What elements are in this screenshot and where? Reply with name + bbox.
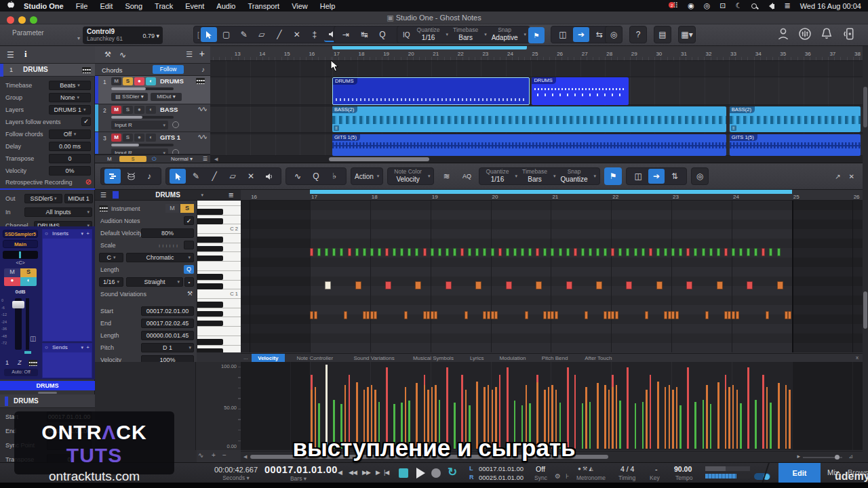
chords-follow-button[interactable]: Follow [153,65,184,74]
menu-item-edit[interactable]: Edit [94,2,119,10]
midi-note[interactable] [608,311,611,319]
score-view-button[interactable]: ♪ [141,169,157,184]
clip-drums[interactable]: DRUMS [532,77,629,105]
user-profile-icon[interactable] [777,27,789,42]
track-list-menu-icon[interactable]: ☰ [186,50,193,59]
midi-note[interactable] [604,311,607,319]
footer-mute-all[interactable]: M [107,156,112,162]
curve-icon[interactable]: ∿ [290,169,306,184]
midi-note[interactable] [543,248,547,256]
midi-note[interactable] [705,311,709,319]
midi-note[interactable] [434,311,437,319]
midi-note[interactable] [732,311,735,319]
midi-note[interactable] [325,248,328,256]
midi-note[interactable] [521,248,524,256]
checkbox-checked[interactable]: ✓ [81,117,91,126]
scroll-left-icon[interactable]: ◀ [214,157,218,162]
midi-note[interactable] [431,248,434,256]
inspector-row-value[interactable]: Beats▾ [49,81,91,90]
return-to-start-button[interactable]: |◀ [384,469,389,476]
control-link-display[interactable]: Control9Launchkey 610.79 ▾ [83,26,163,44]
midi-note[interactable] [487,311,490,319]
loop-button[interactable]: ↻ [448,465,457,479]
drum-view-button[interactable] [123,169,139,184]
midi-note[interactable] [370,311,374,319]
midi-note[interactable] [724,311,728,319]
screen-record-icon[interactable]: ⊡ [719,1,726,10]
inspector-info-icon[interactable]: i [24,49,27,60]
inserts-expand-icon[interactable]: ▾ [81,231,83,237]
midi-note[interactable] [468,248,471,256]
editor-mute-chip[interactable]: M [165,204,179,213]
apple-menu-icon[interactable] [7,1,18,12]
editor-q-button[interactable]: Q [308,169,324,184]
midi-note[interactable] [427,311,430,319]
black-key[interactable] [197,283,223,289]
inserts-add-icon[interactable]: + [86,230,90,237]
clip-gain-handle[interactable]: ≡ [731,125,736,131]
footer-power-icon[interactable]: ⏻ [152,156,156,163]
in-select[interactable]: All Inputs▾ [24,207,92,217]
input-select-chip[interactable]: Input R▾ [111,121,168,129]
midi-note[interactable] [589,248,592,256]
inspector-row-value[interactable]: 0.00 ms [49,142,91,151]
midi-note[interactable] [491,311,494,319]
black-key[interactable] [197,218,223,224]
midi-note[interactable] [348,248,351,256]
midi-note[interactable] [536,281,542,289]
fader-cap[interactable] [12,301,24,308]
midi-note[interactable] [559,248,562,256]
solo-button[interactable]: S [123,106,133,114]
midi-note[interactable] [378,248,381,256]
strip-monitor-button[interactable]: ◐ [20,277,37,286]
midi-note[interactable] [547,311,551,319]
editor-listen-tool[interactable] [261,169,277,184]
midi-note[interactable] [566,281,572,289]
midi-note[interactable] [453,248,456,256]
midi-note[interactable] [596,281,602,289]
midi-note[interactable] [355,281,361,289]
inspector-row-value[interactable]: DRUMS 1▾ [49,105,91,115]
midi-note[interactable] [649,248,652,256]
strip-record-button[interactable]: ● [4,277,20,286]
midi-note[interactable] [769,248,772,256]
input-gain-knob[interactable] [172,121,179,128]
midi-note[interactable] [671,248,675,256]
midi-note[interactable] [513,248,517,256]
clip-gits15[interactable]: GITS 1(5) [730,134,861,156]
snap-select-arrow[interactable]: ▾ [524,32,527,37]
nudge-right-icon[interactable]: ↹ [356,27,372,42]
midi-note[interactable] [736,311,739,319]
midi-note[interactable] [475,248,479,256]
ghost-notes-icon[interactable]: ≋ [438,169,454,184]
mix-knobs-icon[interactable] [798,27,812,42]
midi-note[interactable] [415,248,418,256]
midi-note[interactable] [543,311,547,319]
menu-item-help[interactable]: Help [314,2,342,10]
swing-select[interactable]: Straight▾ [126,277,183,287]
clip-bass2[interactable]: BASS(2)≡ [332,106,726,132]
inspector-menu-icon[interactable]: ☰ [7,50,14,60]
midi-note[interactable] [491,248,494,256]
midi-note[interactable] [400,248,403,256]
param-value[interactable]: 00000.00.01.45 [141,331,194,340]
midi-note[interactable] [528,248,532,256]
black-key[interactable] [197,237,223,243]
midi-note[interactable] [656,281,663,289]
mute-button[interactable]: M [111,106,121,114]
white-key[interactable] [197,262,241,271]
midi-note[interactable] [728,311,731,319]
lane-close-icon[interactable]: x [856,354,859,361]
white-key[interactable] [197,201,241,206]
midi-note[interactable] [747,248,750,256]
midi-note[interactable] [766,311,769,319]
mute-button[interactable]: M [111,77,121,85]
length-div-select[interactable]: 1/16▾ [99,277,123,287]
inspector-row-value[interactable]: 0% [49,166,91,176]
footer-menu-icon[interactable]: ☰ [203,156,208,162]
black-key[interactable] [197,339,223,345]
menubar-clock[interactable]: Wed 16 Aug 00:04 [800,2,861,10]
editor-list-icon[interactable]: ≣ [229,191,234,199]
param-value[interactable]: 00017.02.01.00 [141,306,194,316]
midi-note[interactable] [551,311,554,319]
